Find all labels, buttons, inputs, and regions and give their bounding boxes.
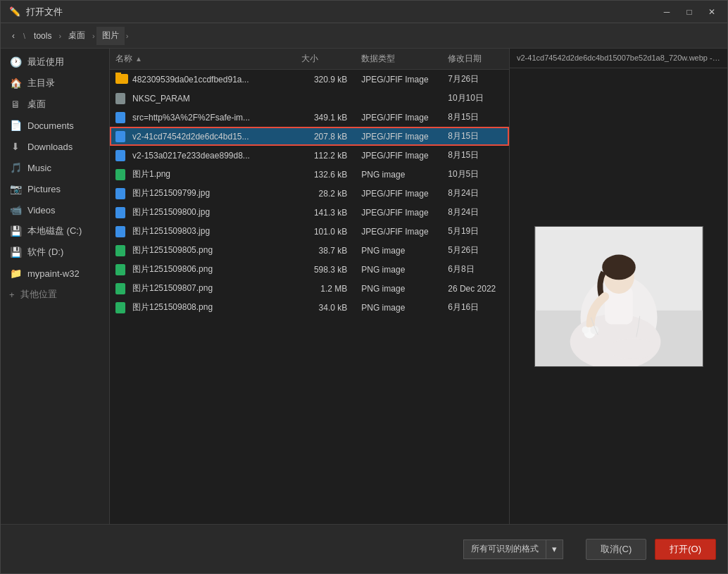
file-row[interactable]: 图片1251509803.jpg 101.0 kB JPEG/JFIF Imag… (110, 222, 509, 241)
file-row[interactable]: 图片1251509807.png 1.2 MB PNG image 26 Dec… (110, 279, 509, 298)
file-date: 8月15日 (442, 129, 509, 144)
file-icon-png (115, 264, 128, 275)
sidebar-item-local-disk[interactable]: 💾 本地磁盘 (C:) (1, 220, 109, 242)
breadcrumb-path: tools › 桌面 › 图片 › (28, 27, 128, 45)
file-name: 图片1251509807.png (132, 282, 213, 294)
sidebar-label-local-disk: 本地磁盘 (C:) (27, 225, 82, 237)
col-type-label: 数据类型 (361, 53, 395, 65)
format-select-box[interactable]: 所有可识别的格式 (463, 539, 546, 559)
minimize-button[interactable]: ─ (657, 4, 677, 20)
main-content: 🕐 最近使用 🏠 主目录 🖥 桌面 📄 Documents ⬇ Download… (1, 49, 727, 524)
window-title: 打开文件 (26, 6, 63, 18)
col-header-type[interactable]: 数据类型 (356, 49, 442, 69)
file-size: 132.6 kB (296, 168, 356, 181)
file-name: 482309539da0e1ccdfbed91a... (132, 75, 249, 85)
col-size-label: 大小 (301, 53, 318, 65)
sidebar-item-home[interactable]: 🏠 主目录 (1, 73, 109, 94)
file-row[interactable]: NKSC_PARAM 10月10日 (110, 89, 509, 108)
file-row[interactable]: 图片1251509800.jpg 141.3 kB JPEG/JFIF Imag… (110, 203, 509, 222)
file-name: 图片1251509800.jpg (132, 206, 210, 218)
file-name: 图片1251509808.png (132, 301, 213, 313)
file-date: 10月10日 (442, 91, 509, 106)
file-name: NKSC_PARAM (132, 94, 190, 104)
sidebar-item-videos[interactable]: 📹 Videos (1, 199, 109, 220)
file-size: 101.0 kB (296, 225, 356, 238)
sort-arrow-name: ▲ (135, 55, 142, 63)
breadcrumb-pictures[interactable]: 图片 (96, 27, 125, 45)
file-row[interactable]: 图片1251509808.png 34.0 kB PNG image 6月16日 (110, 298, 509, 317)
col-header-date[interactable]: 修改日期 (442, 49, 509, 69)
maximize-button[interactable]: □ (679, 4, 699, 20)
sidebar-item-desktop[interactable]: 🖥 桌面 (1, 94, 109, 115)
mypaint-icon: 📁 (9, 267, 22, 280)
preview-image-container (510, 68, 727, 524)
file-type: PNG image (356, 263, 442, 276)
sidebar: 🕐 最近使用 🏠 主目录 🖥 桌面 📄 Documents ⬇ Download… (1, 49, 110, 524)
music-icon: 🎵 (9, 161, 22, 174)
sidebar-label-mypaint: mypaint-w32 (27, 268, 80, 279)
file-type (356, 97, 442, 100)
breadcrumb-desktop[interactable]: 桌面 (63, 27, 91, 45)
file-date: 8月24日 (442, 205, 509, 220)
file-icon-jpg (115, 188, 128, 199)
col-name-label: 名称 (115, 53, 132, 65)
local-disk-icon: 💾 (9, 225, 22, 237)
file-size: 28.2 kB (296, 187, 356, 200)
file-row-selected[interactable]: v2-41cd74542d2de6dc4bd15... 207.8 kB JPE… (110, 127, 509, 146)
cancel-button[interactable]: 取消(C) (586, 539, 646, 560)
file-type: JPEG/JFIF Image (356, 111, 442, 124)
col-header-size[interactable]: 大小 (296, 49, 356, 69)
file-name: v2-153a0217e233deae899d8... (132, 151, 250, 161)
sidebar-item-soft-disk[interactable]: 💾 软件 (D:) (1, 242, 109, 263)
sidebar-label-downloads: Downloads (27, 142, 73, 152)
col-header-name[interactable]: 名称 ▲ (110, 49, 296, 69)
file-row[interactable]: src=http%3A%2F%2Fsafe-im... 349.1 kB JPE… (110, 108, 509, 127)
file-row[interactable]: v2-153a0217e233deae899d8... 112.2 kB JPE… (110, 146, 509, 165)
add-icon: + (9, 289, 15, 300)
breadcrumb-tools[interactable]: tools (28, 27, 57, 45)
close-button[interactable]: ✕ (702, 4, 722, 20)
sidebar-item-music[interactable]: 🎵 Music (1, 157, 109, 178)
file-icon-jpg (115, 226, 128, 237)
file-icon-png (115, 283, 128, 294)
file-type: PNG image (356, 244, 442, 257)
file-name: 图片1.png (132, 168, 170, 180)
path-separator-1: \ (23, 32, 25, 40)
path-sep-3: › (92, 32, 95, 40)
file-name: 图片1251509803.jpg (132, 225, 210, 237)
sidebar-item-pictures[interactable]: 📷 Pictures (1, 178, 109, 199)
file-row[interactable]: 482309539da0e1ccdfbed91a... 320.9 kB JPE… (110, 70, 509, 89)
file-date: 5月19日 (442, 224, 509, 239)
file-icon-png (115, 245, 128, 256)
open-button[interactable]: 打开(O) (655, 539, 716, 560)
file-list: 482309539da0e1ccdfbed91a... 320.9 kB JPE… (110, 70, 509, 524)
file-row[interactable]: 图片1251509806.png 598.3 kB PNG image 6月8日 (110, 260, 509, 279)
back-button[interactable]: ‹ (6, 27, 20, 45)
file-date: 8月24日 (442, 186, 509, 201)
file-icon-folder (115, 74, 128, 85)
file-row[interactable]: 图片1251509805.png 38.7 kB PNG image 5月26日 (110, 241, 509, 260)
sidebar-label-music: Music (27, 163, 51, 173)
sidebar-item-documents[interactable]: 📄 Documents (1, 115, 109, 136)
file-row[interactable]: 图片1251509799.jpg 28.2 kB JPEG/JFIF Image… (110, 184, 509, 203)
file-icon-jpg (115, 207, 128, 218)
sidebar-label-add: 其他位置 (20, 288, 57, 301)
file-type: JPEG/JFIF Image (356, 130, 442, 143)
file-size: 38.7 kB (296, 244, 356, 257)
file-name: 图片1251509805.png (132, 244, 213, 256)
sidebar-item-recent[interactable]: 🕐 最近使用 (1, 51, 109, 73)
file-date: 8月15日 (442, 110, 509, 125)
sidebar-add-location[interactable]: + 其他位置 (1, 284, 109, 305)
home-icon: 🏠 (9, 77, 22, 89)
file-type: PNG image (356, 301, 442, 314)
recent-icon: 🕐 (9, 56, 22, 68)
sidebar-item-downloads[interactable]: ⬇ Downloads (1, 136, 109, 157)
sidebar-label-documents: Documents (27, 120, 74, 131)
sidebar-item-mypaint[interactable]: 📁 mypaint-w32 (1, 263, 109, 284)
sidebar-label-videos: Videos (27, 205, 56, 216)
file-row[interactable]: 图片1.png 132.6 kB PNG image 10月5日 (110, 165, 509, 184)
file-type: JPEG/JFIF Image (356, 73, 442, 86)
sidebar-label-soft-disk: 软件 (D:) (27, 246, 63, 258)
file-type: JPEG/JFIF Image (356, 149, 442, 162)
format-dropdown-button[interactable]: ▾ (546, 539, 563, 559)
